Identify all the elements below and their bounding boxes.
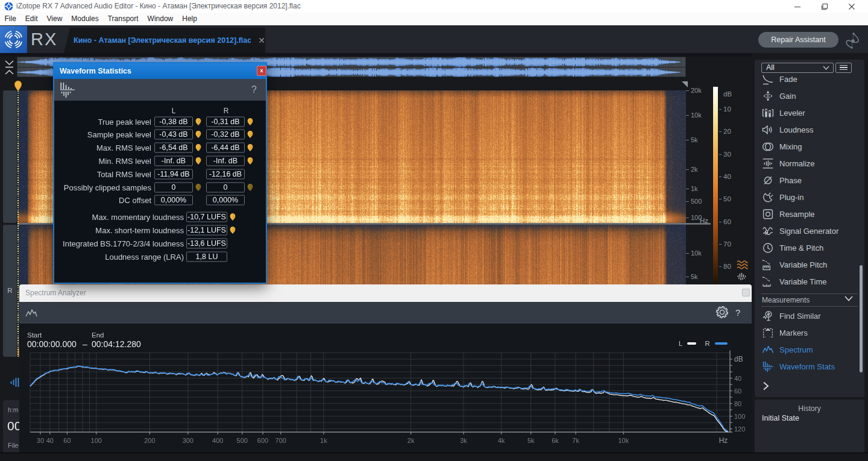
dialog-help-icon[interactable]: ? [251,79,257,101]
tab-close-icon[interactable]: ✕ [258,36,265,45]
stat-value-right[interactable]: -12,16 dB [206,169,245,179]
stat-label: Min. RMS level [99,156,151,165]
stat-label: Loudness range (LRA) [105,252,184,261]
freq-tick-label: 2k [691,166,698,173]
history-item[interactable]: Initial State [762,414,799,422]
menu-edit[interactable]: Edit [20,13,42,25]
module-item-spectrum[interactable]: Spectrum [762,342,858,357]
module-item-normalize[interactable]: Normalize [762,157,858,171]
spectrum-chart[interactable]: 3040601002003004005006007001k2k3k4k5k6k7… [19,284,752,453]
dialog-close-button[interactable]: x [257,66,266,76]
module-item-loudness[interactable]: Loudness [762,123,858,137]
module-label: Plug-in [779,193,804,202]
menu-view[interactable]: View [42,13,67,25]
module-item-gain[interactable]: Gain [762,89,858,104]
tab-bar: RX Кино - Атаман [Электрическая версия 2… [0,25,868,53]
collapse-panels-icon[interactable] [4,60,14,75]
file-tab[interactable]: Кино - Атаман [Электрическая версия 2012… [64,28,265,53]
x-tick-label: 5k [527,437,535,444]
module-label: Loudness [779,125,813,134]
module-item-mixing[interactable]: Mixing [762,140,858,154]
stat-value[interactable]: 1,8 LU [186,251,227,262]
alert-bulb-icon [195,118,201,125]
chevron-right-icon[interactable] [763,381,769,390]
menu-modules[interactable]: Modules [67,13,103,25]
module-item-time-pitch[interactable]: Time & Pitch [762,241,858,256]
freq-tick-label: 5k [691,273,698,280]
dialog-title-bar[interactable]: Waveform Statistics x [54,63,266,79]
stat-value-left[interactable]: 0 [154,182,193,192]
waveform-statistics-dialog: Waveform Statistics x ? LRTrue peak leve… [53,62,267,284]
waveform-toggle-icon[interactable] [737,272,747,282]
stat-value-left[interactable]: -11,94 dB [154,169,193,179]
markers-icon [762,327,774,339]
amplitude-colorbar[interactable] [713,87,718,284]
colorbar-label: 50 [723,195,731,202]
module-item-phase[interactable]: Phase [762,174,858,188]
module-item-waveform-stats[interactable]: Waveform Stats [762,359,858,374]
module-label: Normalize [779,159,815,168]
stat-value-right[interactable]: -6,44 dB [206,143,245,153]
freq-tick-label: 5k [691,136,698,143]
stat-value-right[interactable]: -0,31 dB [206,116,245,127]
alert-bulb-icon [230,227,236,234]
freq-tick [686,169,689,170]
minimize-button[interactable] [788,0,807,13]
x-tick-label: 2k [407,437,415,444]
stat-value-left[interactable]: 0,000% [154,195,193,205]
spectrogram-toggle-icon[interactable] [737,259,748,271]
module-item-leveler[interactable]: Leveler [762,106,858,121]
repair-assistant-button[interactable]: Repair Assistant [758,32,838,48]
module-filter-dropdown[interactable]: All [761,63,834,73]
app-icon [4,2,13,11]
freq-tick [686,201,689,202]
close-button[interactable] [843,0,861,13]
menu-transport[interactable]: Transport [103,13,143,25]
module-menu-button[interactable] [835,63,852,73]
module-item-variable-time[interactable]: Variable Time [762,275,858,289]
stat-value-right[interactable]: -0,32 dB [206,130,245,140]
left-channel-gutter[interactable]: L [3,90,17,223]
right-channel-gutter[interactable]: R [3,225,17,357]
stat-value-left[interactable]: -0,43 dB [154,130,193,140]
level-meter-icon[interactable] [10,377,19,387]
y-tick-label: 80 [734,400,741,407]
x-tick-label: 400 [212,437,223,444]
stat-value-right[interactable]: -Inf. dB [206,155,245,166]
spline-tool-icon[interactable] [843,31,863,51]
module-label: Phase [779,176,802,185]
time-pitch-icon [762,242,774,254]
mixing-icon [762,141,774,153]
stat-value[interactable]: -10,7 LUFS [186,212,227,222]
stat-value-left[interactable]: -0,38 dB [154,116,193,127]
module-item-variable-pitch[interactable]: Variable Pitch [762,258,858,272]
find-similar-icon [762,310,774,322]
module-list-scrollbar[interactable] [860,265,863,372]
stat-value-right[interactable]: 0 [206,182,245,192]
stat-value-left[interactable]: -Inf. dB [154,155,193,166]
resample-icon [762,209,774,221]
module-item-plug-in[interactable]: Plug-in [762,190,858,205]
colorbar-tick [719,199,722,199]
maximize-button[interactable] [816,0,834,13]
module-item-find-similar[interactable]: Find Similar [762,309,858,323]
alert-bulb-icon [247,118,253,125]
module-item-markers[interactable]: Markers [762,325,858,340]
signal-generator-icon [762,225,774,237]
alert-bulb-icon [195,131,201,139]
phase-icon [762,175,774,187]
module-item-resample[interactable]: Resample [762,207,858,222]
module-label: Resample [779,210,815,219]
y-tick-label: 120 [734,425,745,433]
stat-value-left[interactable]: -6,54 dB [154,143,193,153]
stat-value[interactable]: -13,6 LUFS [186,239,227,249]
playhead-pin[interactable] [13,78,23,92]
menu-help[interactable]: Help [178,13,202,25]
menu-window[interactable]: Window [143,13,178,25]
module-item-fade[interactable]: Fade [762,72,858,87]
stat-value[interactable]: -12,1 LUFS [186,225,227,236]
menu-file[interactable]: File [0,13,20,25]
stat-value-right[interactable]: 0,000% [206,195,245,205]
colorbar-tick [719,244,722,245]
module-item-signal-generator[interactable]: Signal Generator [762,224,858,239]
